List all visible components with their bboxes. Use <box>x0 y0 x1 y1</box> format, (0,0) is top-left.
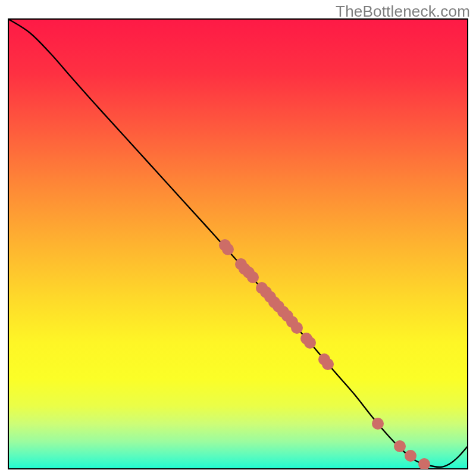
data-marker <box>247 271 259 283</box>
data-marker <box>394 440 406 452</box>
chart-stage: TheBottleneck.com <box>0 0 476 476</box>
data-marker <box>372 418 384 430</box>
data-marker <box>291 322 303 334</box>
data-marker <box>418 458 430 470</box>
data-marker <box>304 337 316 349</box>
data-marker <box>322 358 334 370</box>
watermark-text: TheBottleneck.com <box>336 2 470 21</box>
chart-svg <box>0 0 476 476</box>
data-marker <box>222 243 234 255</box>
plot-background <box>8 19 468 469</box>
data-marker <box>405 450 416 462</box>
